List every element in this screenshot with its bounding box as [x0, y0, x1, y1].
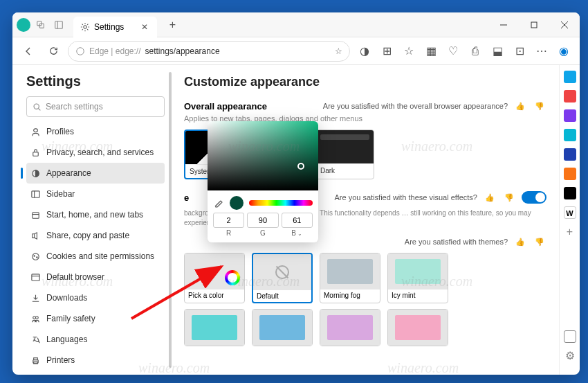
- profile-avatar-icon[interactable]: [17, 18, 30, 32]
- heart-icon[interactable]: ♡: [443, 41, 463, 62]
- toolbar: Edge | edge://settings/appearance ☆ ◑ ⊞ …: [12, 37, 580, 65]
- profile-icon: [30, 127, 41, 137]
- minimize-button[interactable]: [488, 12, 519, 37]
- search-icon: [33, 103, 42, 112]
- edge-sidebar: W + ⚙: [559, 65, 580, 375]
- theme-label: Pick a color: [185, 290, 244, 301]
- sidebar-item-share[interactable]: Share, copy and paste: [26, 225, 165, 246]
- theme-morning-fog[interactable]: Morning fog: [320, 253, 380, 303]
- sidebar-item-perf[interactable]: System and performance: [26, 371, 165, 375]
- sidebar-item-appearance[interactable]: Appearance: [26, 163, 165, 184]
- theme-card[interactable]: [387, 309, 448, 346]
- maximize-button[interactable]: [519, 12, 549, 37]
- browser-tab[interactable]: Settings ✕: [73, 17, 157, 37]
- sidebar-item-label: Sidebar: [46, 189, 75, 199]
- sidebar-item-label: Default browser: [46, 272, 104, 282]
- sidebar-icon: [30, 189, 41, 199]
- screenshot-icon[interactable]: ⎙: [465, 41, 486, 62]
- copilot-icon[interactable]: ◉: [553, 41, 574, 62]
- color-cursor[interactable]: [297, 163, 304, 170]
- visual-effects-toggle[interactable]: [522, 191, 546, 204]
- sidebar-app-w[interactable]: W: [564, 206, 576, 219]
- more-icon[interactable]: ⋯: [531, 41, 552, 62]
- sidebar-item-lang[interactable]: Languages: [26, 329, 165, 350]
- color-gradient-area[interactable]: [208, 121, 318, 190]
- thumbs-up-icon[interactable]: 👍: [513, 235, 527, 249]
- sidebar-item-printer[interactable]: Printers: [26, 350, 165, 371]
- color-b-input[interactable]: 61: [282, 213, 313, 228]
- svg-rect-15: [32, 190, 39, 197]
- ext2-icon[interactable]: ⊡: [509, 41, 530, 62]
- address-bar[interactable]: Edge | edge://settings/appearance ☆: [68, 41, 350, 62]
- close-window-button[interactable]: [549, 12, 580, 37]
- workspaces-icon[interactable]: [33, 17, 48, 33]
- sidebar-item-label: Share, copy and paste: [46, 231, 129, 240]
- sidebar-panel-icon[interactable]: [564, 330, 576, 343]
- sidebar-add-icon[interactable]: +: [564, 226, 576, 238]
- favorite-icon[interactable]: ☆: [335, 46, 342, 56]
- theme-icy-mint[interactable]: Icy mint: [387, 253, 448, 303]
- sidebar-app-3[interactable]: [564, 109, 576, 122]
- theme-card[interactable]: [320, 309, 380, 346]
- downloads-icon[interactable]: ⬓: [487, 41, 508, 62]
- sidebar-item-profile[interactable]: Profiles: [26, 121, 165, 142]
- overall-appearance-title: Overall appearance: [184, 101, 267, 112]
- svg-rect-13: [33, 152, 39, 156]
- color-picker-popover: 2 90 61 R G B: [208, 121, 318, 242]
- refresh-button[interactable]: [43, 41, 64, 62]
- thumbs-down-icon[interactable]: 👎: [533, 235, 546, 249]
- favorites-icon[interactable]: ☆: [398, 41, 419, 62]
- browser-icon: [30, 272, 41, 283]
- hue-slider[interactable]: [249, 200, 313, 206]
- color-g-label: G: [247, 229, 278, 237]
- collections-icon[interactable]: ▦: [421, 41, 441, 62]
- eyedropper-icon[interactable]: [213, 197, 224, 208]
- thumbs-down-icon[interactable]: 👎: [533, 99, 546, 113]
- theme-card[interactable]: [252, 309, 313, 346]
- thumbs-up-icon[interactable]: 👍: [513, 99, 527, 113]
- sidebar-item-home[interactable]: Start, home, and new tabs: [26, 204, 165, 225]
- settings-sidebar: Settings Search settings ProfilesPrivacy…: [12, 65, 172, 375]
- sidebar-item-label: Cookies and site permissions: [46, 251, 154, 261]
- color-swatch: [230, 196, 244, 210]
- sidebar-app-6[interactable]: [564, 168, 576, 180]
- back-button[interactable]: [18, 41, 39, 62]
- settings-heading: Settings: [26, 73, 165, 89]
- thumbs-up-icon[interactable]: 👍: [483, 190, 497, 204]
- sidebar-item-label: Privacy, search, and services: [46, 148, 154, 157]
- appearance-option-dark[interactable]: Dark: [315, 130, 374, 179]
- theme-picker[interactable]: Pick a color: [184, 253, 245, 303]
- sidebar-item-browser[interactable]: Default browser: [26, 267, 165, 287]
- sidebar-item-cookie[interactable]: Cookies and site permissions: [26, 246, 165, 267]
- sidebar-app-1[interactable]: [564, 71, 576, 83]
- sidebar-app-2[interactable]: [564, 90, 576, 103]
- sidebar-item-label: Appearance: [46, 168, 91, 178]
- close-tab-icon[interactable]: ✕: [139, 21, 150, 33]
- sidebar-item-sidebar[interactable]: Sidebar: [26, 184, 165, 204]
- search-input[interactable]: Search settings: [26, 96, 165, 117]
- svg-rect-17: [33, 212, 39, 217]
- sidebar-item-label: Downloads: [46, 293, 87, 303]
- visual-effects-title-fragment: e: [184, 193, 189, 203]
- theme-card[interactable]: [184, 309, 245, 346]
- sidebar-item-family[interactable]: Family safety: [26, 308, 165, 329]
- color-g-input[interactable]: 90: [247, 213, 278, 228]
- sidebar-item-lock[interactable]: Privacy, search, and services: [26, 142, 165, 163]
- cookie-icon: [30, 251, 41, 262]
- sidebar-app-4[interactable]: [564, 129, 576, 141]
- sidebar-item-download[interactable]: Downloads: [26, 287, 165, 308]
- color-r-input[interactable]: 2: [213, 213, 244, 228]
- extensions-icon[interactable]: ⊞: [376, 41, 397, 62]
- thumbs-down-icon[interactable]: 👎: [502, 190, 516, 204]
- url-path: settings/appearance: [145, 46, 220, 56]
- vertical-tabs-icon[interactable]: [51, 17, 66, 33]
- tracking-icon[interactable]: ◑: [354, 41, 375, 62]
- svg-line-11: [39, 108, 41, 110]
- svg-point-9: [77, 47, 84, 55]
- theme-default[interactable]: Default: [252, 253, 313, 303]
- new-tab-button[interactable]: +: [163, 15, 182, 35]
- sidebar-app-7[interactable]: [564, 187, 576, 199]
- sidebar-app-5[interactable]: [564, 148, 576, 161]
- sidebar-settings-icon[interactable]: ⚙: [564, 350, 576, 362]
- feedback-question-themes: Are you satisfied with themes?: [405, 238, 508, 246]
